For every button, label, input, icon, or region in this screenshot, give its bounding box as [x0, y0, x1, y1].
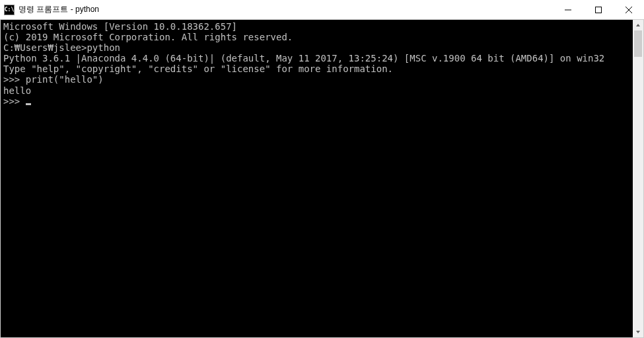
- terminal-line: C:₩Users₩jslee>python: [3, 42, 630, 53]
- terminal-line: Type "help", "copyright", "credits" or "…: [3, 63, 630, 74]
- terminal-line: >>> print("hello"): [3, 74, 630, 85]
- terminal-line: Python 3.6.1 |Anaconda 4.4.0 (64-bit)| (…: [3, 53, 630, 63]
- scroll-up-button[interactable]: [633, 20, 643, 30]
- terminal-line: (c) 2019 Microsoft Corporation. All righ…: [3, 32, 630, 42]
- chevron-down-icon: [635, 329, 641, 335]
- maximize-icon: [595, 7, 602, 13]
- terminal-line: hello: [3, 85, 630, 96]
- scroll-thumb[interactable]: [634, 30, 642, 57]
- maximize-button[interactable]: [583, 0, 614, 19]
- close-icon: [626, 7, 632, 13]
- terminal-line: Microsoft Windows [Version 10.0.18362.65…: [3, 21, 630, 32]
- window-title: 명령 프롬프트 - python: [18, 4, 553, 15]
- titlebar[interactable]: C:\ 명령 프롬프트 - python: [0, 0, 644, 20]
- terminal[interactable]: Microsoft Windows [Version 10.0.18362.65…: [1, 20, 633, 337]
- minimize-button[interactable]: [553, 0, 583, 19]
- app-icon-label: C:\: [5, 7, 14, 13]
- terminal-line: >>>: [3, 96, 630, 106]
- scrollbar[interactable]: [633, 20, 643, 337]
- cursor: [26, 103, 31, 105]
- minimize-icon: [565, 7, 571, 13]
- scroll-track[interactable]: [633, 30, 643, 327]
- chevron-up-icon: [635, 22, 641, 28]
- scroll-down-button[interactable]: [633, 327, 643, 337]
- window-controls: [553, 0, 644, 19]
- app-icon: C:\: [4, 5, 15, 15]
- svg-rect-1: [596, 7, 602, 13]
- terminal-container: Microsoft Windows [Version 10.0.18362.65…: [0, 20, 644, 338]
- close-button[interactable]: [614, 0, 644, 19]
